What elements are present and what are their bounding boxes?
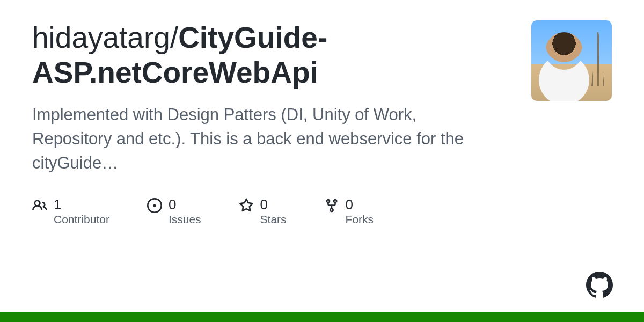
stat-body: 0 Forks (346, 197, 374, 226)
stat-issues[interactable]: 0 Issues (147, 197, 201, 226)
stat-body: 0 Stars (260, 197, 287, 226)
stat-value: 0 (260, 197, 287, 213)
stat-forks[interactable]: 0 Forks (324, 197, 374, 226)
stat-label: Forks (346, 213, 374, 226)
stat-label: Stars (260, 213, 287, 226)
avatar[interactable] (531, 20, 612, 101)
repo-owner-link[interactable]: hidayatarg (32, 21, 170, 54)
stat-body: 0 Issues (169, 197, 201, 226)
people-icon (32, 198, 47, 213)
repo-main: hidayatarg/CityGuide-ASP.netCoreWebApi I… (32, 20, 510, 226)
repo-title-separator: / (170, 21, 178, 54)
stat-body: 1 Contributor (54, 197, 109, 226)
issue-icon (147, 198, 162, 213)
stat-contributors[interactable]: 1 Contributor (32, 197, 109, 226)
stat-value: 0 (346, 197, 374, 213)
repo-stats: 1 Contributor 0 Issues 0 Stars (32, 197, 510, 226)
repo-card: hidayatarg/CityGuide-ASP.netCoreWebApi I… (0, 0, 644, 226)
stat-label: Contributor (54, 213, 109, 226)
stat-label: Issues (169, 213, 201, 226)
star-icon (239, 198, 254, 213)
github-logo-icon[interactable] (586, 272, 613, 298)
language-segment (0, 312, 644, 322)
stat-value: 0 (169, 197, 201, 213)
fork-icon (324, 198, 339, 213)
repo-description: Implemented with Design Patters (DI, Uni… (32, 103, 472, 175)
stat-stars[interactable]: 0 Stars (239, 197, 287, 226)
stat-value: 1 (54, 197, 109, 213)
language-bar (0, 312, 644, 322)
repo-title: hidayatarg/CityGuide-ASP.netCoreWebApi (32, 20, 510, 90)
